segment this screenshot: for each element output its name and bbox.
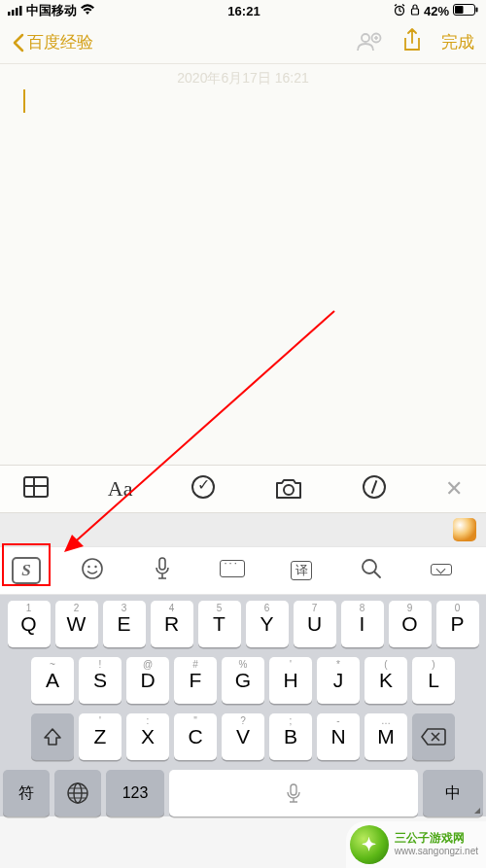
key-c[interactable]: "C [174,713,217,760]
backspace-key[interactable] [412,713,455,760]
text-cursor [23,89,25,113]
key-u[interactable]: 7U [294,601,336,647]
key-a[interactable]: ~A [31,657,74,704]
keyboard-switch-icon[interactable] [219,560,246,581]
note-editor[interactable]: 2020年6月17日 16:21 [0,64,486,465]
key-o[interactable]: 9O [389,601,432,647]
svg-point-16 [94,566,96,568]
key-z[interactable]: 'Z [79,713,122,760]
voice-input-icon[interactable] [149,556,176,585]
key-d[interactable]: @D [126,657,169,704]
back-button[interactable]: 百度经验 [12,31,356,53]
sogou-logo-button[interactable]: S [5,552,48,589]
number-key[interactable]: 123 [106,770,164,816]
svg-point-9 [362,34,369,42]
dismiss-keyboard-icon[interactable]: ✕ [445,476,463,502]
watermark-url: www.sangongzi.net [395,846,478,858]
sogou-s-icon: S [12,557,41,584]
clock-label: 16:21 [227,4,260,18]
text-format-button[interactable]: Aa [108,476,133,502]
key-w[interactable]: 2W [55,601,98,647]
svg-point-15 [87,566,89,568]
lock-icon [410,4,420,18]
key-h[interactable]: 'H [269,657,312,704]
search-icon[interactable] [358,557,385,584]
keyboard: 1Q2W3E4R5T6Y7U8I9O0P ~A!S@D#F%G'H*J(K)L … [0,595,486,816]
notes-format-toolbar: Aa ✕ [0,465,486,513]
key-s[interactable]: !S [79,657,122,704]
key-y[interactable]: 6Y [246,601,289,647]
key-l[interactable]: )L [412,657,455,704]
table-icon[interactable] [23,476,49,503]
ime-toolbar: S 译 [0,546,486,595]
battery-icon [453,4,478,18]
key-row-3: 'Z:X"C?V;B-N…M [3,713,483,760]
key-n[interactable]: -N [317,713,360,760]
key-f[interactable]: #F [174,657,217,704]
svg-rect-0 [8,12,11,16]
svg-rect-23 [291,784,296,795]
svg-rect-17 [159,558,165,570]
svg-rect-8 [476,7,478,12]
key-t[interactable]: 5T [198,601,241,647]
key-x[interactable]: :X [126,713,169,760]
svg-rect-5 [411,9,418,15]
alarm-icon [393,4,406,18]
share-icon[interactable] [402,28,422,57]
key-b[interactable]: ;B [269,713,312,760]
ghost-date-label: 2020年6月17日 16:21 [177,70,308,87]
watermark-logo: ✦ [350,825,389,864]
svg-rect-2 [16,8,18,16]
signal-icon [8,4,23,18]
camera-icon[interactable] [274,477,303,501]
key-r[interactable]: 4R [151,601,193,647]
suggestion-strip [0,513,486,546]
back-label: 百度经验 [27,31,93,53]
key-row-2: ~A!S@D#F%G'H*J(K)L [3,657,483,704]
svg-line-19 [375,573,381,578]
done-button[interactable]: 完成 [441,31,474,53]
key-v[interactable]: ?V [222,713,264,760]
checklist-icon[interactable] [191,475,215,503]
key-e[interactable]: 3E [103,601,146,647]
key-g[interactable]: %G [222,657,264,704]
nav-bar: 百度经验 完成 [0,21,486,64]
carrier-label: 中国移动 [26,2,77,19]
language-key[interactable]: 中 [423,770,483,816]
key-row-4: 符 123 中 [3,770,483,816]
suggestion-app-icon[interactable] [453,518,476,541]
key-m[interactable]: …M [364,713,407,760]
svg-rect-3 [19,6,22,16]
watermark-title: 三公子游戏网 [395,831,478,846]
wifi-icon [80,4,95,18]
symbol-key[interactable]: 符 [3,770,50,816]
svg-rect-1 [12,10,15,16]
space-key[interactable] [169,770,418,816]
markup-icon[interactable] [363,475,386,503]
svg-rect-7 [455,6,464,14]
shift-key[interactable] [31,713,74,760]
chevron-left-icon [12,33,25,52]
emoji-icon[interactable] [79,557,106,584]
svg-point-13 [284,485,294,495]
status-bar: 中国移动 16:21 42% [0,0,486,21]
globe-key[interactable] [54,770,101,816]
key-p[interactable]: 0P [436,601,479,647]
collaborate-icon[interactable] [356,30,383,55]
battery-pct-label: 42% [424,4,449,18]
key-i[interactable]: 8I [341,601,384,647]
key-q[interactable]: 1Q [8,601,51,647]
translate-icon[interactable]: 译 [288,561,315,580]
svg-point-14 [83,559,102,578]
key-k[interactable]: (K [364,657,407,704]
key-row-1: 1Q2W3E4R5T6Y7U8I9O0P [3,601,483,647]
watermark: ✦ 三公子游戏网 www.sangongzi.net [346,821,486,868]
collapse-icon[interactable] [428,562,455,579]
key-j[interactable]: *J [317,657,360,704]
